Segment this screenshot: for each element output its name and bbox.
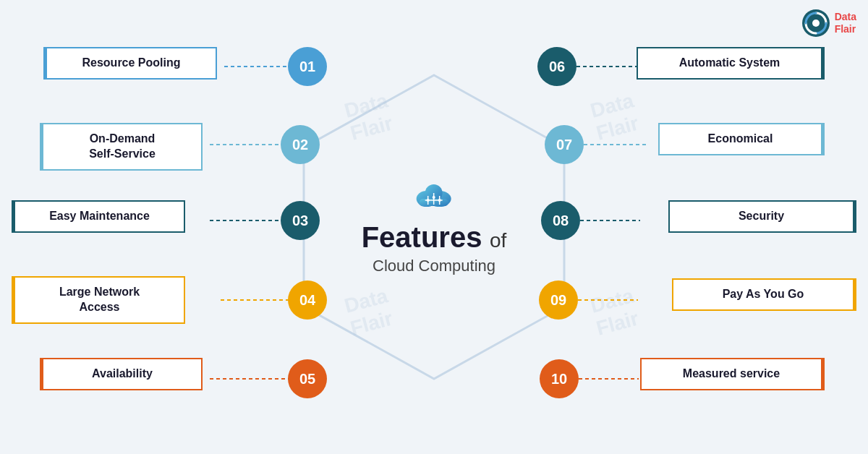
logo-text: Data Flair: [835, 11, 856, 35]
svg-point-23: [812, 20, 820, 27]
watermark-2: DataFlair: [588, 89, 642, 145]
svg-point-20: [433, 196, 435, 199]
center-panel: Features of Cloud Computing: [362, 179, 507, 275]
circle-07: 07: [545, 125, 584, 164]
box-large-network: Large NetworkAccess: [12, 276, 185, 324]
box-security: Security: [668, 200, 856, 233]
circle-01: 01: [288, 47, 327, 86]
cloud-icon: [362, 179, 507, 215]
circle-06: 06: [537, 47, 576, 86]
watermark-4: DataFlair: [588, 284, 642, 340]
circle-02: 02: [281, 125, 320, 164]
main-subtitle: Cloud Computing: [362, 257, 507, 275]
box-easy-maintenance: Easy Maintenance: [12, 200, 185, 233]
main-title: Features of: [362, 221, 507, 254]
svg-point-21: [438, 199, 441, 202]
circle-04: 04: [288, 280, 327, 320]
box-economical: Economical: [658, 123, 825, 155]
circle-10: 10: [540, 359, 579, 398]
box-on-demand: On-DemandSelf-Service: [40, 123, 203, 171]
circle-05: 05: [288, 359, 327, 398]
box-pay-as-you-go: Pay As You Go: [672, 278, 856, 311]
circle-03: 03: [281, 201, 320, 240]
box-measured-service: Measured service: [640, 358, 825, 390]
dataflair-logo: Data Flair: [801, 9, 856, 38]
box-automatic-system: Automatic System: [637, 47, 825, 80]
box-availability: Availability: [40, 358, 203, 390]
box-resource-pooling: Resource Pooling: [43, 47, 217, 80]
svg-point-19: [427, 199, 430, 202]
circle-09: 09: [539, 280, 578, 320]
circle-08: 08: [541, 201, 580, 240]
